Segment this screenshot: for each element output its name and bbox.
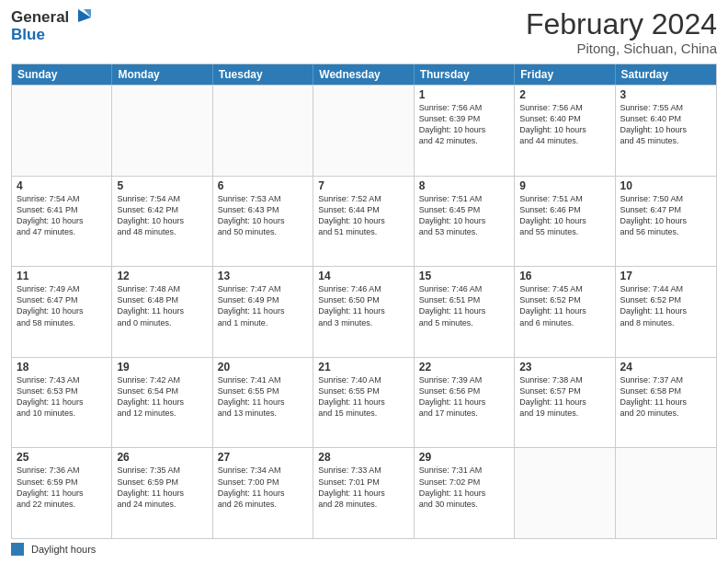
cell-day-number: 4 xyxy=(17,179,107,192)
cell-day-number: 23 xyxy=(519,361,609,373)
calendar-cell xyxy=(515,448,615,538)
cell-info: Sunrise: 7:41 AM Sunset: 6:55 PM Dayligh… xyxy=(218,374,308,419)
calendar-cell: 16Sunrise: 7:45 AM Sunset: 6:52 PM Dayli… xyxy=(515,267,615,357)
cell-info: Sunrise: 7:42 AM Sunset: 6:54 PM Dayligh… xyxy=(117,374,207,419)
calendar-cell: 21Sunrise: 7:40 AM Sunset: 6:55 PM Dayli… xyxy=(313,358,414,448)
day-header-friday: Friday xyxy=(515,64,615,85)
cell-day-number: 3 xyxy=(620,88,711,101)
calendar-cell: 3Sunrise: 7:55 AM Sunset: 6:40 PM Daylig… xyxy=(616,86,716,176)
calendar-cell: 6Sunrise: 7:53 AM Sunset: 6:43 PM Daylig… xyxy=(213,177,313,267)
cell-info: Sunrise: 7:48 AM Sunset: 6:48 PM Dayligh… xyxy=(117,283,207,328)
cell-info: Sunrise: 7:49 AM Sunset: 6:47 PM Dayligh… xyxy=(17,283,107,328)
cell-info: Sunrise: 7:55 AM Sunset: 6:40 PM Dayligh… xyxy=(620,102,711,147)
cell-day-number: 19 xyxy=(117,361,207,373)
cell-info: Sunrise: 7:39 AM Sunset: 6:56 PM Dayligh… xyxy=(419,374,509,419)
calendar-cell: 22Sunrise: 7:39 AM Sunset: 6:56 PM Dayli… xyxy=(415,358,515,448)
day-header-sunday: Sunday xyxy=(12,64,112,85)
cell-info: Sunrise: 7:47 AM Sunset: 6:49 PM Dayligh… xyxy=(218,283,308,328)
cell-day-number: 11 xyxy=(17,270,107,282)
cell-info: Sunrise: 7:45 AM Sunset: 6:52 PM Dayligh… xyxy=(519,283,609,328)
legend-color-box xyxy=(11,543,24,556)
calendar-cell: 5Sunrise: 7:54 AM Sunset: 6:42 PM Daylig… xyxy=(112,177,212,267)
cell-day-number: 5 xyxy=(117,179,207,192)
cell-info: Sunrise: 7:31 AM Sunset: 7:02 PM Dayligh… xyxy=(419,465,509,510)
logo-text: General Blue xyxy=(11,9,91,43)
cell-day-number: 26 xyxy=(117,451,207,464)
day-header-thursday: Thursday xyxy=(415,64,515,85)
day-header-saturday: Saturday xyxy=(616,64,716,85)
calendar-cell: 11Sunrise: 7:49 AM Sunset: 6:47 PM Dayli… xyxy=(12,267,112,357)
cell-info: Sunrise: 7:56 AM Sunset: 6:39 PM Dayligh… xyxy=(419,102,509,147)
cell-day-number: 1 xyxy=(419,88,509,101)
calendar-week-3: 11Sunrise: 7:49 AM Sunset: 6:47 PM Dayli… xyxy=(12,266,716,357)
cell-info: Sunrise: 7:46 AM Sunset: 6:50 PM Dayligh… xyxy=(318,283,408,328)
cell-day-number: 18 xyxy=(17,361,107,373)
cell-day-number: 17 xyxy=(620,270,711,282)
calendar-cell: 12Sunrise: 7:48 AM Sunset: 6:48 PM Dayli… xyxy=(112,267,212,357)
calendar-cell: 24Sunrise: 7:37 AM Sunset: 6:58 PM Dayli… xyxy=(616,358,716,448)
calendar-cell: 15Sunrise: 7:46 AM Sunset: 6:51 PM Dayli… xyxy=(415,267,515,357)
cell-day-number: 25 xyxy=(17,451,107,464)
cell-info: Sunrise: 7:51 AM Sunset: 6:46 PM Dayligh… xyxy=(519,193,609,238)
main-container: General Blue February 2024 Pitong, Sichu… xyxy=(0,0,728,563)
cell-day-number: 15 xyxy=(419,270,509,282)
cell-info: Sunrise: 7:46 AM Sunset: 6:51 PM Dayligh… xyxy=(419,283,509,328)
cell-day-number: 14 xyxy=(318,270,408,282)
logo-blue: Blue xyxy=(11,27,45,44)
day-header-monday: Monday xyxy=(112,64,212,85)
calendar-cell: 2Sunrise: 7:56 AM Sunset: 6:40 PM Daylig… xyxy=(515,86,615,176)
calendar-cell xyxy=(12,86,112,176)
cell-info: Sunrise: 7:35 AM Sunset: 6:59 PM Dayligh… xyxy=(117,465,207,510)
cell-day-number: 27 xyxy=(218,451,308,464)
cell-day-number: 21 xyxy=(318,361,408,373)
header: General Blue February 2024 Pitong, Sichu… xyxy=(11,9,717,56)
cell-day-number: 2 xyxy=(519,88,609,101)
logo-general: General xyxy=(11,9,69,27)
cell-info: Sunrise: 7:54 AM Sunset: 6:42 PM Dayligh… xyxy=(117,193,207,238)
cell-day-number: 6 xyxy=(218,179,308,192)
cell-day-number: 29 xyxy=(419,451,509,464)
cell-day-number: 20 xyxy=(218,361,308,373)
cell-info: Sunrise: 7:44 AM Sunset: 6:52 PM Dayligh… xyxy=(620,283,711,328)
cell-info: Sunrise: 7:43 AM Sunset: 6:53 PM Dayligh… xyxy=(17,374,107,419)
cell-day-number: 7 xyxy=(318,179,408,192)
cell-info: Sunrise: 7:37 AM Sunset: 6:58 PM Dayligh… xyxy=(620,374,711,419)
calendar-cell: 25Sunrise: 7:36 AM Sunset: 6:59 PM Dayli… xyxy=(12,448,112,538)
cell-day-number: 9 xyxy=(519,179,609,192)
calendar-cell: 17Sunrise: 7:44 AM Sunset: 6:52 PM Dayli… xyxy=(616,267,716,357)
calendar-cell: 23Sunrise: 7:38 AM Sunset: 6:57 PM Dayli… xyxy=(515,358,615,448)
cell-info: Sunrise: 7:40 AM Sunset: 6:55 PM Dayligh… xyxy=(318,374,408,419)
calendar-cell: 10Sunrise: 7:50 AM Sunset: 6:47 PM Dayli… xyxy=(616,177,716,267)
legend-label: Daylight hours xyxy=(31,544,96,555)
cell-day-number: 24 xyxy=(620,361,711,373)
calendar-cell: 18Sunrise: 7:43 AM Sunset: 6:53 PM Dayli… xyxy=(12,358,112,448)
calendar-cell xyxy=(313,86,414,176)
calendar-cell: 1Sunrise: 7:56 AM Sunset: 6:39 PM Daylig… xyxy=(415,86,515,176)
cell-info: Sunrise: 7:33 AM Sunset: 7:01 PM Dayligh… xyxy=(318,465,408,510)
cell-day-number: 12 xyxy=(117,270,207,282)
month-title: February 2024 xyxy=(526,9,717,39)
day-header-wednesday: Wednesday xyxy=(313,64,414,85)
calendar-cell xyxy=(112,86,212,176)
calendar-cell: 29Sunrise: 7:31 AM Sunset: 7:02 PM Dayli… xyxy=(415,448,515,538)
calendar-body: 1Sunrise: 7:56 AM Sunset: 6:39 PM Daylig… xyxy=(12,85,716,538)
calendar-cell xyxy=(213,86,313,176)
calendar-cell: 14Sunrise: 7:46 AM Sunset: 6:50 PM Dayli… xyxy=(313,267,414,357)
logo-arrow-icon xyxy=(71,9,91,26)
cell-info: Sunrise: 7:34 AM Sunset: 7:00 PM Dayligh… xyxy=(218,465,308,510)
cell-info: Sunrise: 7:50 AM Sunset: 6:47 PM Dayligh… xyxy=(620,193,711,238)
calendar-cell: 13Sunrise: 7:47 AM Sunset: 6:49 PM Dayli… xyxy=(213,267,313,357)
calendar-week-4: 18Sunrise: 7:43 AM Sunset: 6:53 PM Dayli… xyxy=(12,357,716,448)
calendar-cell: 20Sunrise: 7:41 AM Sunset: 6:55 PM Dayli… xyxy=(213,358,313,448)
legend: Daylight hours xyxy=(11,539,717,556)
cell-day-number: 10 xyxy=(620,179,711,192)
calendar-cell: 8Sunrise: 7:51 AM Sunset: 6:45 PM Daylig… xyxy=(415,177,515,267)
location-subtitle: Pitong, Sichuan, China xyxy=(526,40,717,56)
calendar-cell: 28Sunrise: 7:33 AM Sunset: 7:01 PM Dayli… xyxy=(313,448,414,538)
cell-info: Sunrise: 7:53 AM Sunset: 6:43 PM Dayligh… xyxy=(218,193,308,238)
cell-info: Sunrise: 7:38 AM Sunset: 6:57 PM Dayligh… xyxy=(519,374,609,419)
calendar-cell: 27Sunrise: 7:34 AM Sunset: 7:00 PM Dayli… xyxy=(213,448,313,538)
cell-info: Sunrise: 7:54 AM Sunset: 6:41 PM Dayligh… xyxy=(17,193,107,238)
cell-info: Sunrise: 7:36 AM Sunset: 6:59 PM Dayligh… xyxy=(17,465,107,510)
day-header-tuesday: Tuesday xyxy=(213,64,313,85)
